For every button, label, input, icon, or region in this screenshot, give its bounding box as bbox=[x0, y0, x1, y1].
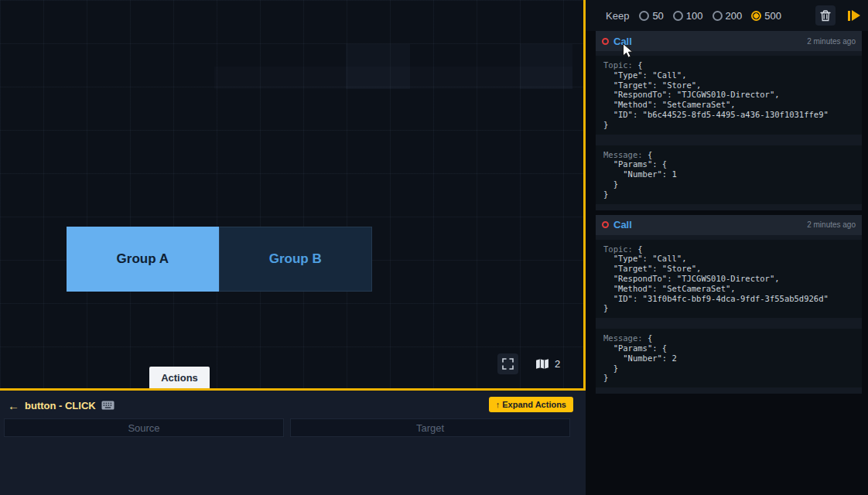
radio-circle-icon bbox=[639, 11, 649, 21]
message-json: Message: { "Params": { "Number": 2 } } bbox=[596, 329, 862, 387]
group-b-label: Group B bbox=[269, 251, 322, 267]
resume-log-button[interactable] bbox=[848, 10, 860, 21]
group-a-button[interactable]: Group A bbox=[67, 227, 219, 292]
status-ring-icon bbox=[602, 38, 609, 45]
keep-option-label: 100 bbox=[686, 10, 703, 22]
keep-option-label: 200 bbox=[726, 10, 743, 22]
message-label: Message: bbox=[603, 333, 643, 343]
keep-option-200[interactable]: 200 bbox=[713, 10, 743, 22]
topic-json: Topic: { "Type": "Call", "Target": "Stor… bbox=[596, 240, 862, 319]
topic-json: Topic: { "Type": "Call", "Target": "Stor… bbox=[596, 56, 862, 135]
keep-option-500[interactable]: 500 bbox=[751, 10, 781, 22]
back-button[interactable]: ← bbox=[8, 399, 19, 412]
map-icon bbox=[535, 358, 549, 370]
message-card-header[interactable]: Call 2 minutes ago bbox=[596, 31, 862, 51]
target-input[interactable] bbox=[290, 418, 570, 437]
message-card: Call 2 minutes ago Topic: { "Type": "Cal… bbox=[596, 215, 862, 394]
radio-circle-icon bbox=[713, 11, 723, 21]
action-editor-panel: ← button - CLICK ↑ Expand Actions bbox=[0, 391, 586, 495]
source-input[interactable] bbox=[4, 418, 284, 437]
topic-body: { "Type": "Call", "Target": "Store", "Re… bbox=[603, 244, 829, 313]
topic-body: { "Type": "Call", "Target": "Store", "Re… bbox=[603, 60, 829, 129]
keep-option-100[interactable]: 100 bbox=[673, 10, 703, 22]
group-button-row: Group A Group B bbox=[67, 227, 372, 292]
expand-actions-button[interactable]: ↑ Expand Actions bbox=[489, 397, 573, 412]
log-toolbar: Keep 50 100 200 500 bbox=[586, 0, 868, 31]
grid-highlight bbox=[214, 67, 572, 89]
message-timestamp: 2 minutes ago bbox=[807, 220, 856, 229]
action-editor-header: ← button - CLICK ↑ Expand Actions bbox=[0, 391, 586, 417]
actions-tab[interactable]: Actions bbox=[149, 367, 210, 388]
action-title: button - CLICK bbox=[25, 400, 96, 411]
keep-option-50[interactable]: 50 bbox=[639, 10, 663, 22]
message-title: Call bbox=[613, 36, 632, 47]
message-log-panel: Keep 50 100 200 500 bbox=[586, 0, 868, 495]
message-card-header[interactable]: Call 2 minutes ago bbox=[596, 215, 862, 235]
message-json: Message: { "Params": { "Number": 1 } } bbox=[596, 145, 862, 204]
message-label: Message: bbox=[603, 150, 643, 159]
topic-label: Topic: bbox=[603, 244, 633, 254]
message-list: Call 2 minutes ago Topic: { "Type": "Cal… bbox=[586, 31, 868, 394]
group-a-label: Group A bbox=[117, 251, 169, 267]
keyboard-icon bbox=[101, 401, 114, 410]
radio-circle-icon bbox=[673, 11, 683, 21]
message-title: Call bbox=[613, 219, 632, 230]
fullscreen-icon bbox=[502, 358, 514, 370]
keep-option-label: 500 bbox=[764, 10, 781, 22]
topic-label: Topic: bbox=[603, 60, 633, 70]
radio-circle-icon bbox=[751, 11, 761, 21]
mapping-row bbox=[0, 417, 586, 437]
keep-option-label: 50 bbox=[652, 10, 663, 22]
keep-label: Keep bbox=[606, 10, 629, 22]
message-card: Call 2 minutes ago Topic: { "Type": "Cal… bbox=[596, 31, 862, 210]
play-icon bbox=[848, 11, 850, 21]
map-count: 2 bbox=[555, 358, 560, 370]
clear-log-button[interactable] bbox=[815, 5, 836, 26]
fit-view-button[interactable] bbox=[497, 353, 518, 374]
status-ring-icon bbox=[602, 221, 609, 228]
trash-icon bbox=[820, 10, 831, 22]
minimap-toggle-button[interactable]: 2 bbox=[535, 353, 560, 374]
message-timestamp: 2 minutes ago bbox=[807, 37, 856, 46]
flow-canvas[interactable]: Group A Group B Actions 2 bbox=[0, 0, 586, 391]
group-b-button[interactable]: Group B bbox=[219, 227, 373, 292]
